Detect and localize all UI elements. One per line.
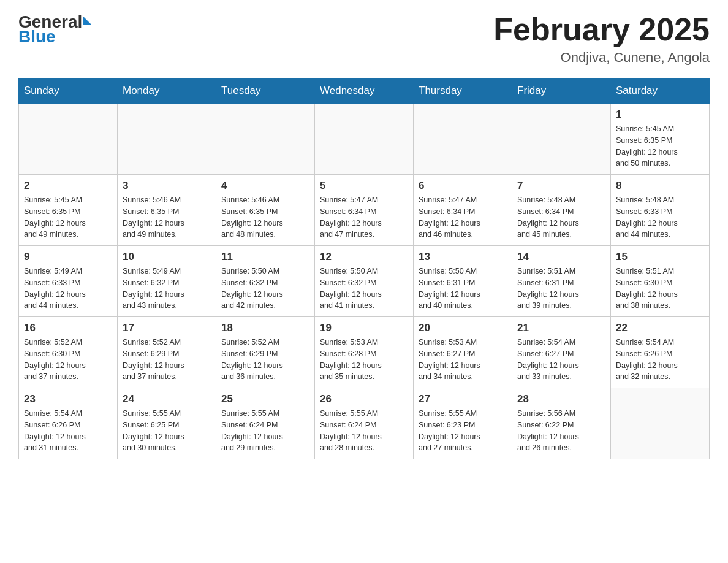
- day-number: 18: [221, 322, 309, 334]
- calendar-cell: [315, 104, 414, 175]
- day-info: Sunrise: 5:50 AM Sunset: 6:32 PM Dayligh…: [221, 266, 309, 312]
- calendar-cell: [118, 104, 216, 175]
- calendar-cell: 4Sunrise: 5:46 AM Sunset: 6:35 PM Daylig…: [216, 175, 315, 246]
- day-info: Sunrise: 5:52 AM Sunset: 6:29 PM Dayligh…: [221, 337, 309, 383]
- day-info: Sunrise: 5:53 AM Sunset: 6:27 PM Dayligh…: [419, 337, 507, 383]
- week-row-3: 9Sunrise: 5:49 AM Sunset: 6:33 PM Daylig…: [19, 246, 710, 317]
- calendar-title: February 2025: [493, 12, 710, 47]
- day-number: 19: [320, 322, 408, 334]
- calendar-cell: 10Sunrise: 5:49 AM Sunset: 6:32 PM Dayli…: [118, 246, 216, 317]
- logo-blue-text: Blue: [18, 27, 92, 47]
- day-number: 1: [616, 109, 704, 121]
- calendar-header-row: SundayMondayTuesdayWednesdayThursdayFrid…: [19, 79, 710, 104]
- calendar-cell: 5Sunrise: 5:47 AM Sunset: 6:34 PM Daylig…: [315, 175, 414, 246]
- day-info: Sunrise: 5:51 AM Sunset: 6:30 PM Dayligh…: [616, 266, 704, 312]
- day-number: 10: [123, 251, 211, 263]
- day-number: 4: [221, 180, 309, 192]
- day-info: Sunrise: 5:55 AM Sunset: 6:25 PM Dayligh…: [123, 408, 211, 454]
- calendar-cell: [19, 104, 118, 175]
- day-number: 11: [221, 251, 309, 263]
- title-block: February 2025 Ondjiva, Cunene, Angola: [493, 12, 710, 66]
- day-info: Sunrise: 5:55 AM Sunset: 6:23 PM Dayligh…: [419, 408, 507, 454]
- day-info: Sunrise: 5:46 AM Sunset: 6:35 PM Dayligh…: [123, 194, 211, 240]
- day-number: 12: [320, 251, 408, 263]
- column-header-tuesday: Tuesday: [216, 79, 315, 104]
- calendar-cell: 11Sunrise: 5:50 AM Sunset: 6:32 PM Dayli…: [216, 246, 315, 317]
- day-info: Sunrise: 5:54 AM Sunset: 6:27 PM Dayligh…: [517, 337, 605, 383]
- calendar-cell: 2Sunrise: 5:45 AM Sunset: 6:35 PM Daylig…: [19, 175, 118, 246]
- day-number: 21: [517, 322, 605, 334]
- day-info: Sunrise: 5:52 AM Sunset: 6:30 PM Dayligh…: [24, 337, 112, 383]
- column-header-saturday: Saturday: [611, 79, 710, 104]
- day-number: 6: [419, 180, 507, 192]
- column-header-sunday: Sunday: [19, 79, 118, 104]
- column-header-friday: Friday: [512, 79, 611, 104]
- day-number: 15: [616, 251, 704, 263]
- calendar-cell: 7Sunrise: 5:48 AM Sunset: 6:34 PM Daylig…: [512, 175, 611, 246]
- day-info: Sunrise: 5:55 AM Sunset: 6:24 PM Dayligh…: [221, 408, 309, 454]
- calendar-cell: [611, 388, 710, 459]
- day-number: 7: [517, 180, 605, 192]
- day-info: Sunrise: 5:53 AM Sunset: 6:28 PM Dayligh…: [320, 337, 408, 383]
- week-row-5: 23Sunrise: 5:54 AM Sunset: 6:26 PM Dayli…: [19, 388, 710, 459]
- calendar-cell: 25Sunrise: 5:55 AM Sunset: 6:24 PM Dayli…: [216, 388, 315, 459]
- day-number: 16: [24, 322, 112, 334]
- week-row-1: 1Sunrise: 5:45 AM Sunset: 6:35 PM Daylig…: [19, 104, 710, 175]
- calendar-subtitle: Ondjiva, Cunene, Angola: [493, 50, 710, 66]
- calendar-cell: 9Sunrise: 5:49 AM Sunset: 6:33 PM Daylig…: [19, 246, 118, 317]
- calendar-cell: 21Sunrise: 5:54 AM Sunset: 6:27 PM Dayli…: [512, 317, 611, 388]
- day-number: 13: [419, 251, 507, 263]
- day-info: Sunrise: 5:47 AM Sunset: 6:34 PM Dayligh…: [419, 194, 507, 240]
- logo: General Blue: [18, 12, 92, 47]
- week-row-4: 16Sunrise: 5:52 AM Sunset: 6:30 PM Dayli…: [19, 317, 710, 388]
- day-number: 22: [616, 322, 704, 334]
- calendar-cell: [414, 104, 512, 175]
- calendar-cell: 8Sunrise: 5:48 AM Sunset: 6:33 PM Daylig…: [611, 175, 710, 246]
- day-info: Sunrise: 5:56 AM Sunset: 6:22 PM Dayligh…: [517, 408, 605, 454]
- calendar-cell: [216, 104, 315, 175]
- day-number: 27: [419, 393, 507, 405]
- calendar-cell: 6Sunrise: 5:47 AM Sunset: 6:34 PM Daylig…: [414, 175, 512, 246]
- calendar-cell: 27Sunrise: 5:55 AM Sunset: 6:23 PM Dayli…: [414, 388, 512, 459]
- day-number: 23: [24, 393, 112, 405]
- column-header-monday: Monday: [118, 79, 216, 104]
- day-number: 17: [123, 322, 211, 334]
- calendar-cell: 14Sunrise: 5:51 AM Sunset: 6:31 PM Dayli…: [512, 246, 611, 317]
- day-info: Sunrise: 5:51 AM Sunset: 6:31 PM Dayligh…: [517, 266, 605, 312]
- column-header-thursday: Thursday: [414, 79, 512, 104]
- calendar-cell: 17Sunrise: 5:52 AM Sunset: 6:29 PM Dayli…: [118, 317, 216, 388]
- day-number: 20: [419, 322, 507, 334]
- calendar-cell: 3Sunrise: 5:46 AM Sunset: 6:35 PM Daylig…: [118, 175, 216, 246]
- calendar-cell: 15Sunrise: 5:51 AM Sunset: 6:30 PM Dayli…: [611, 246, 710, 317]
- calendar-cell: 18Sunrise: 5:52 AM Sunset: 6:29 PM Dayli…: [216, 317, 315, 388]
- calendar-cell: [512, 104, 611, 175]
- calendar-cell: 19Sunrise: 5:53 AM Sunset: 6:28 PM Dayli…: [315, 317, 414, 388]
- day-number: 2: [24, 180, 112, 192]
- day-number: 8: [616, 180, 704, 192]
- day-info: Sunrise: 5:45 AM Sunset: 6:35 PM Dayligh…: [616, 123, 704, 169]
- day-number: 14: [517, 251, 605, 263]
- calendar-cell: 16Sunrise: 5:52 AM Sunset: 6:30 PM Dayli…: [19, 317, 118, 388]
- day-info: Sunrise: 5:48 AM Sunset: 6:33 PM Dayligh…: [616, 194, 704, 240]
- calendar-table: SundayMondayTuesdayWednesdayThursdayFrid…: [18, 78, 710, 459]
- page-header: General Blue February 2025 Ondjiva, Cune…: [18, 12, 710, 66]
- calendar-cell: 26Sunrise: 5:55 AM Sunset: 6:24 PM Dayli…: [315, 388, 414, 459]
- day-info: Sunrise: 5:49 AM Sunset: 6:33 PM Dayligh…: [24, 266, 112, 312]
- day-number: 24: [123, 393, 211, 405]
- calendar-cell: 13Sunrise: 5:50 AM Sunset: 6:31 PM Dayli…: [414, 246, 512, 317]
- calendar-cell: 24Sunrise: 5:55 AM Sunset: 6:25 PM Dayli…: [118, 388, 216, 459]
- calendar-cell: 22Sunrise: 5:54 AM Sunset: 6:26 PM Dayli…: [611, 317, 710, 388]
- day-number: 25: [221, 393, 309, 405]
- calendar-cell: 23Sunrise: 5:54 AM Sunset: 6:26 PM Dayli…: [19, 388, 118, 459]
- day-number: 9: [24, 251, 112, 263]
- day-info: Sunrise: 5:54 AM Sunset: 6:26 PM Dayligh…: [616, 337, 704, 383]
- day-info: Sunrise: 5:47 AM Sunset: 6:34 PM Dayligh…: [320, 194, 408, 240]
- day-info: Sunrise: 5:48 AM Sunset: 6:34 PM Dayligh…: [517, 194, 605, 240]
- week-row-2: 2Sunrise: 5:45 AM Sunset: 6:35 PM Daylig…: [19, 175, 710, 246]
- day-info: Sunrise: 5:54 AM Sunset: 6:26 PM Dayligh…: [24, 408, 112, 454]
- day-info: Sunrise: 5:46 AM Sunset: 6:35 PM Dayligh…: [221, 194, 309, 240]
- day-number: 3: [123, 180, 211, 192]
- day-info: Sunrise: 5:49 AM Sunset: 6:32 PM Dayligh…: [123, 266, 211, 312]
- day-info: Sunrise: 5:55 AM Sunset: 6:24 PM Dayligh…: [320, 408, 408, 454]
- day-number: 5: [320, 180, 408, 192]
